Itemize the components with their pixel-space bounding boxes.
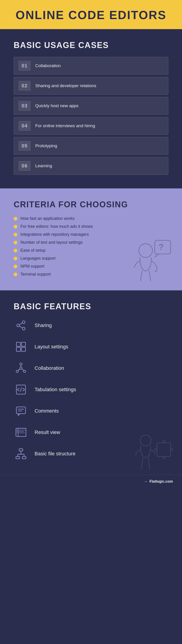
svg-rect-24 [16, 428, 26, 436]
criteria-label-1: How fast an application works [20, 216, 74, 221]
svg-point-5 [17, 324, 20, 327]
svg-rect-25 [18, 428, 26, 436]
usage-label-2: Sharing and developer relations [35, 83, 96, 88]
footer-link-container: → Flatlogic.com [144, 480, 173, 484]
list-item: 06 Learning [14, 157, 168, 175]
code-icon [14, 382, 28, 397]
criteria-label-6: Languages support [20, 256, 56, 261]
list-item: 03 Quickly host new apps [14, 97, 168, 115]
feature-label-sharing: Sharing [34, 322, 52, 328]
list-item: Integrations with repository managers [14, 232, 168, 237]
usage-section: BASIC USAGE CASES 01 Collaboration 02 Sh… [0, 29, 182, 188]
list-item: 02 Sharing and developer relations [14, 77, 168, 95]
list-item: Sharing [14, 318, 168, 333]
list-item: Ease of setup [14, 248, 168, 253]
svg-point-15 [20, 367, 22, 369]
feature-label-layout: Layout settings [34, 344, 68, 350]
bullet-icon [14, 257, 17, 260]
svg-point-12 [20, 363, 22, 365]
usage-label-6: Learning [35, 164, 52, 168]
list-item: NPM support [14, 264, 168, 269]
list-item: Result view [14, 425, 168, 440]
svg-line-6 [20, 323, 22, 325]
list-item: Layout settings [14, 340, 168, 354]
criteria-list: How fast an application works For free e… [14, 216, 168, 277]
criteria-section: CRITERIA FOR CHOOSING How fast an applic… [0, 188, 182, 290]
list-item: For free editors: how much ads it shows [14, 224, 168, 229]
usage-number-2: 02 [18, 81, 31, 91]
svg-rect-33 [16, 456, 20, 459]
usage-number-1: 01 [18, 61, 31, 71]
svg-line-7 [20, 326, 22, 328]
usage-number-6: 06 [18, 161, 31, 171]
list-item: Number of text and layout settings [14, 240, 168, 245]
usage-number-4: 04 [18, 121, 31, 131]
svg-rect-11 [22, 347, 26, 351]
footer: → Flatlogic.com [0, 475, 182, 488]
usage-label-5: Prototyping [35, 143, 57, 148]
svg-rect-21 [16, 407, 26, 414]
file-icon [14, 446, 28, 461]
list-item: Collaboration [14, 361, 168, 376]
svg-rect-34 [22, 456, 26, 459]
criteria-label-5: Ease of setup [20, 248, 46, 253]
list-item: How fast an application works [14, 216, 168, 221]
svg-point-4 [22, 327, 25, 330]
list-item: Languages support [14, 256, 168, 261]
svg-point-14 [24, 370, 26, 372]
bullet-icon [14, 249, 17, 252]
usage-number-5: 05 [18, 141, 31, 151]
bullet-icon [14, 233, 17, 236]
feature-label-files: Basic file structure [34, 451, 76, 457]
usage-list: 01 Collaboration 02 Sharing and develope… [14, 57, 168, 175]
features-section: BASIC FEATURES Sharing [0, 290, 182, 475]
list-item: 04 For online interviews and hiring [14, 117, 168, 135]
usage-label-4: For online interviews and hiring [35, 123, 95, 128]
criteria-label-3: Integrations with repository managers [20, 232, 89, 237]
svg-rect-8 [16, 342, 20, 346]
bullet-icon [14, 241, 17, 244]
collab-icon [14, 361, 28, 376]
svg-rect-10 [16, 347, 20, 351]
criteria-label-8: Terminal support [20, 272, 51, 277]
usage-label-1: Collaboration [35, 63, 61, 68]
feature-label-comments: Comments [34, 408, 59, 414]
list-item: 01 Collaboration [14, 57, 168, 75]
svg-rect-32 [19, 449, 23, 451]
svg-rect-9 [22, 342, 26, 346]
arrow-icon: → [144, 480, 148, 484]
result-icon [14, 425, 28, 440]
feature-label-tab: Tabulation settings [34, 387, 76, 392]
svg-line-20 [20, 388, 22, 392]
page-title: ONLINE CODE EDITORS [9, 8, 173, 22]
list-item: Terminal support [14, 272, 168, 277]
list-item: Tabulation settings [14, 382, 168, 397]
svg-line-17 [18, 369, 20, 370]
criteria-label-4: Number of text and layout settings [20, 240, 82, 245]
feature-label-collab: Collaboration [34, 365, 64, 371]
footer-link: Flatlogic.com [150, 480, 173, 484]
list-item: Basic file structure [14, 446, 168, 461]
list-item: Comments [14, 404, 168, 418]
header: ONLINE CODE EDITORS [0, 0, 182, 29]
layout-icon [14, 340, 28, 354]
svg-line-18 [22, 369, 24, 370]
usage-section-title: BASIC USAGE CASES [14, 40, 168, 50]
list-item: 05 Prototyping [14, 137, 168, 155]
bullet-icon [14, 225, 17, 228]
criteria-label-2: For free editors: how much ads it shows [20, 224, 93, 229]
features-list: Sharing Layout settings [14, 318, 168, 461]
bullet-icon [14, 272, 17, 276]
usage-number-3: 03 [18, 101, 31, 111]
comment-icon [14, 404, 28, 418]
feature-label-result: Result view [34, 430, 60, 435]
svg-point-3 [22, 321, 25, 324]
usage-label-3: Quickly host new apps [35, 103, 78, 108]
criteria-section-title: CRITERIA FOR CHOOSING [14, 200, 168, 209]
bullet-icon [14, 217, 17, 220]
svg-point-13 [16, 370, 18, 372]
share-icon [14, 318, 28, 333]
features-section-title: BASIC FEATURES [14, 302, 168, 311]
criteria-label-7: NPM support [20, 264, 44, 269]
bullet-icon [14, 265, 17, 268]
